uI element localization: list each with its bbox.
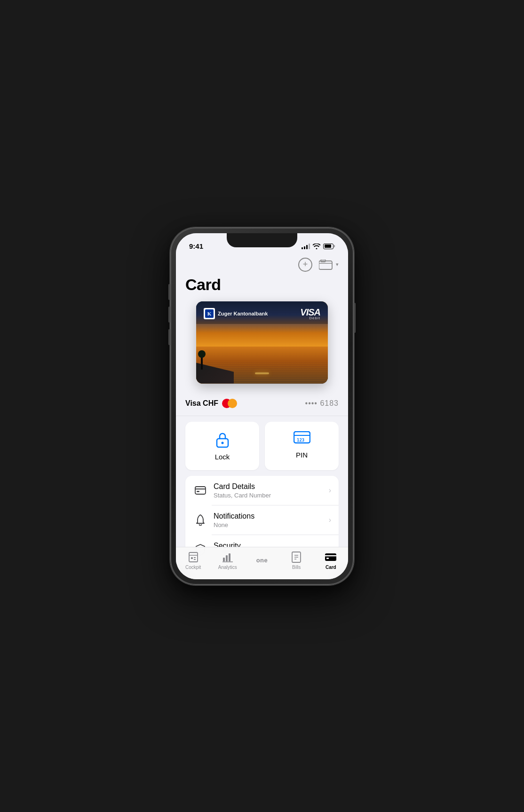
menu-item-card-details[interactable]: Card Details Status, Card Number › xyxy=(185,476,339,505)
svg-rect-17 xyxy=(194,559,196,560)
wallet-chevron-icon: ▾ xyxy=(336,261,339,268)
tab-bills[interactable]: Bills xyxy=(282,551,310,570)
screen-content[interactable]: + ▾ Card xyxy=(176,254,348,579)
card-info-row: Visa CHF •••• 6183 xyxy=(176,393,348,416)
pin-label: PIN xyxy=(296,451,308,459)
phone-screen: 9:41 + xyxy=(176,233,348,579)
page-title: Card xyxy=(176,274,348,301)
menu-item-notifications-text: Notifications None xyxy=(214,512,329,528)
menu-item-notifications-subtitle: None xyxy=(214,521,329,528)
svg-rect-10 xyxy=(195,487,206,494)
svg-rect-20 xyxy=(229,553,230,561)
lock-icon xyxy=(215,431,230,448)
menu-chevron-notifications: › xyxy=(329,516,331,524)
wallet-icon xyxy=(319,260,334,270)
notifications-icon xyxy=(193,512,208,528)
svg-rect-19 xyxy=(226,555,228,561)
card-tab-label: Card xyxy=(326,565,336,570)
svg-rect-25 xyxy=(325,553,336,561)
bank-logo: K Zuger Kantonalbank xyxy=(204,308,268,319)
wallet-button[interactable]: ▾ xyxy=(319,258,339,272)
wifi-icon xyxy=(313,244,320,249)
notch xyxy=(227,233,297,247)
pin-button[interactable]: 123 PIN xyxy=(265,422,339,470)
visa-logo: VISA Debit xyxy=(300,307,320,320)
menu-item-card-details-text: Card Details Status, Card Number xyxy=(214,482,329,499)
svg-rect-16 xyxy=(194,557,196,558)
svg-rect-13 xyxy=(189,552,198,562)
cockpit-tab-icon xyxy=(187,551,199,563)
menu-chevron-card-details: › xyxy=(329,486,331,495)
bank-logo-icon: K xyxy=(204,308,215,319)
mastercard-logo xyxy=(222,399,237,408)
phone-outer: 9:41 + xyxy=(170,228,354,585)
add-button[interactable]: + xyxy=(298,258,312,272)
bills-tab-icon xyxy=(290,551,302,563)
battery-icon xyxy=(323,244,335,249)
status-icons xyxy=(302,244,335,249)
tab-cockpit[interactable]: Cockpit xyxy=(179,551,207,570)
status-time: 9:41 xyxy=(189,242,203,250)
visa-debit-text: Debit xyxy=(309,316,320,320)
card-header: K Zuger Kantonalbank VISA Debit xyxy=(196,301,328,324)
card-name-text: Visa CHF xyxy=(185,399,218,408)
pin-icon: 123 xyxy=(294,431,310,446)
svg-rect-18 xyxy=(223,558,225,561)
card-number-masked: •••• 6183 xyxy=(305,399,339,408)
analytics-tab-label: Analytics xyxy=(218,565,237,570)
signal-icon xyxy=(302,244,310,249)
menu-item-card-details-subtitle: Status, Card Number xyxy=(214,492,329,499)
svg-text:123: 123 xyxy=(297,438,304,442)
svg-rect-12 xyxy=(197,491,199,492)
svg-rect-0 xyxy=(319,261,332,269)
cockpit-tab-label: Cockpit xyxy=(185,565,201,570)
tab-bar: Cockpit Analytics one xyxy=(176,547,348,579)
svg-rect-27 xyxy=(326,558,329,559)
svg-rect-15 xyxy=(191,557,193,559)
one-tab-label: one xyxy=(256,557,268,564)
bills-tab-label: Bills xyxy=(292,565,301,570)
header-actions: + ▾ xyxy=(176,254,348,274)
lock-button[interactable]: Lock xyxy=(185,422,259,470)
menu-item-notifications-title: Notifications xyxy=(214,512,329,520)
svg-point-6 xyxy=(221,441,223,444)
analytics-tab-icon xyxy=(222,551,234,563)
card-tab-icon xyxy=(325,551,337,563)
card-details-icon xyxy=(193,483,208,498)
action-buttons-row: Lock 123 PIN xyxy=(176,416,348,476)
lock-label: Lock xyxy=(215,453,230,461)
bank-card[interactable]: K Zuger Kantonalbank VISA Debit xyxy=(196,301,328,384)
tab-card[interactable]: Card xyxy=(317,551,345,570)
add-icon: + xyxy=(303,260,308,269)
tab-analytics[interactable]: Analytics xyxy=(214,551,242,570)
card-container: K Zuger Kantonalbank VISA Debit xyxy=(176,301,348,393)
card-name-area: Visa CHF xyxy=(185,399,237,408)
svg-text:K: K xyxy=(207,311,212,316)
menu-item-card-details-title: Card Details xyxy=(214,482,329,491)
menu-item-notifications[interactable]: Notifications None › xyxy=(185,505,339,535)
bank-name-label: Zuger Kantonalbank xyxy=(218,311,268,316)
tab-one[interactable]: one xyxy=(248,557,276,564)
